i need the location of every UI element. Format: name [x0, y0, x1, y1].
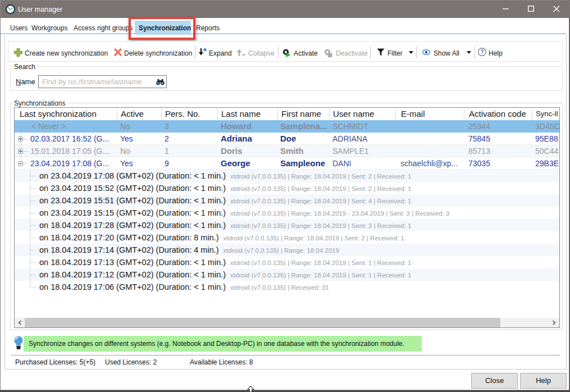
- svg-text:?: ?: [480, 49, 484, 55]
